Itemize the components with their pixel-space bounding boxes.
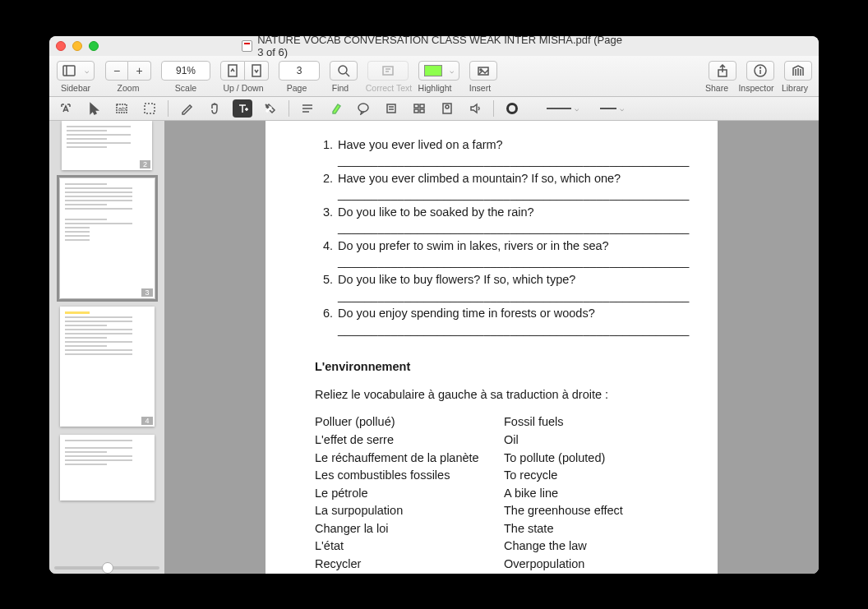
label-updown: Up / Down xyxy=(220,83,266,93)
line-style-selector[interactable]: ⌵ xyxy=(547,104,579,113)
marquee-tool[interactable] xyxy=(140,99,159,118)
svg-rect-2 xyxy=(229,65,237,76)
titlebar: NATURE VOCAB CONVERSATION CLASS WEAK INT… xyxy=(49,36,819,56)
answer-blank: ________________________________________… xyxy=(338,289,689,302)
page-up-icon xyxy=(226,64,239,77)
svg-point-14 xyxy=(760,67,761,68)
comment-tool[interactable] xyxy=(353,99,373,118)
hand-tool[interactable] xyxy=(205,99,224,118)
share-button[interactable] xyxy=(709,61,736,81)
highlighter-tool[interactable] xyxy=(326,99,345,118)
share-icon xyxy=(716,64,729,77)
q-text: Have you ever lived on a farm? xyxy=(338,138,503,151)
label-inspector: Inspector xyxy=(735,83,778,93)
area-select-tool[interactable]: ab xyxy=(112,99,132,118)
label-highlight: Highlight xyxy=(414,83,455,93)
zoom-window-button[interactable] xyxy=(89,41,99,51)
text-select-tool[interactable] xyxy=(56,99,76,118)
scale-field[interactable]: 91% xyxy=(161,61,210,81)
q-text: Have you ever climbed a mountain? If so,… xyxy=(338,172,621,185)
highlight-button[interactable]: ⌵ xyxy=(418,61,459,81)
vocab-item: Change the law xyxy=(504,538,693,555)
sound-tool[interactable] xyxy=(465,99,485,118)
q-num: 4. xyxy=(315,238,333,270)
label-zoom: Zoom xyxy=(105,83,151,93)
svg-rect-6 xyxy=(383,67,393,75)
sidebar-scrollbar[interactable] xyxy=(54,564,159,572)
app-window: NATURE VOCAB CONVERSATION CLASS WEAK INT… xyxy=(49,36,819,574)
svg-point-36 xyxy=(446,105,449,108)
sidebar-toggle-button[interactable]: ⌵ xyxy=(57,61,95,81)
vocab-item: La surpopulation xyxy=(315,503,504,519)
thumbnail-page-4[interactable]: 4 xyxy=(60,307,155,427)
q-num: 1. xyxy=(315,137,333,169)
answer-blank: ________________________________________… xyxy=(338,255,689,268)
library-button[interactable] xyxy=(784,61,812,81)
page-up-button[interactable] xyxy=(220,61,245,81)
form-icon xyxy=(413,102,426,115)
thumbnail-sidebar[interactable]: 2 3 4 xyxy=(49,121,164,574)
zoom-out-button[interactable]: − xyxy=(105,61,128,81)
window-title: NATURE VOCAB CONVERSATION CLASS WEAK INT… xyxy=(257,36,626,58)
answer-blank: ________________________________________… xyxy=(338,154,689,167)
stroke-color-button[interactable] xyxy=(502,99,522,118)
pencil-tool[interactable] xyxy=(177,99,196,118)
content-area: 2 3 4 1.Have you ever lived on a farm?__… xyxy=(49,121,819,574)
q-num: 3. xyxy=(315,205,333,237)
vocab-item: A bike line xyxy=(504,486,693,502)
svg-point-4 xyxy=(339,66,347,74)
vocab-item: The state xyxy=(504,521,693,537)
vocab-item: Le pétrole xyxy=(315,486,504,502)
arrow-cursor-icon xyxy=(87,102,100,115)
insert-icon xyxy=(477,64,490,77)
thumbnail-page-number: 2 xyxy=(140,160,150,168)
thumbnail-page-2[interactable]: 2 xyxy=(62,121,152,170)
thumbnail-page-number: 4 xyxy=(141,417,152,425)
close-window-button[interactable] xyxy=(56,41,66,51)
q-num: 2. xyxy=(315,171,333,203)
vocab-left-column: Polluer (pollué) L'effet de serre Le réc… xyxy=(315,414,504,573)
svg-text:ab: ab xyxy=(118,105,126,113)
pointer-tool[interactable] xyxy=(84,99,104,118)
main-toolbar: ⌵ − + 91% 3 ⌵ xyxy=(49,56,819,97)
svg-rect-0 xyxy=(63,66,75,76)
thumbnail-page-5[interactable] xyxy=(60,435,155,501)
insert-button[interactable] xyxy=(469,61,497,81)
zoom-in-button[interactable]: + xyxy=(128,61,151,81)
vocab-item: Changer la loi xyxy=(315,521,504,537)
vocab-item: Polluer (pollué) xyxy=(315,414,504,431)
sidebar-icon xyxy=(62,64,76,77)
line-end-selector[interactable]: ⌵ xyxy=(600,104,624,113)
form-tool[interactable] xyxy=(409,99,429,118)
svg-rect-32 xyxy=(420,104,424,108)
svg-rect-20 xyxy=(145,104,155,113)
page-number-field[interactable]: 3 xyxy=(279,61,320,81)
answer-blank: ________________________________________… xyxy=(338,187,689,201)
page-down-button[interactable] xyxy=(245,61,269,81)
document-icon xyxy=(242,40,252,52)
answer-blank: ________________________________________… xyxy=(338,323,689,336)
page-down-icon xyxy=(250,64,263,77)
label-scale: Scale xyxy=(161,83,210,93)
area-select-icon: ab xyxy=(115,102,128,115)
vocab-right-column: Fossil fuels Oil To pollute (poluted) To… xyxy=(504,414,693,573)
minimize-window-button[interactable] xyxy=(72,41,82,51)
eraser-tool[interactable] xyxy=(261,99,280,118)
stamp-tool[interactable] xyxy=(437,99,457,118)
q-num: 5. xyxy=(315,272,333,304)
line-spacing-tool[interactable] xyxy=(298,99,317,118)
speaker-icon xyxy=(469,102,482,115)
note-tool[interactable] xyxy=(381,99,401,118)
vocab-item: Overpopulation xyxy=(504,556,693,573)
vocab-item: To pollute (poluted) xyxy=(504,450,693,467)
thumbnail-page-3[interactable]: 3 xyxy=(60,178,155,298)
svg-rect-31 xyxy=(414,104,418,108)
document-view[interactable]: 1.Have you ever lived on a farm?________… xyxy=(164,121,819,574)
text-tool[interactable] xyxy=(233,99,252,118)
find-button[interactable] xyxy=(330,61,358,81)
hand-icon xyxy=(208,102,221,115)
svg-line-5 xyxy=(346,73,349,76)
thumbnail-page-number: 3 xyxy=(141,288,152,297)
label-sidebar: Sidebar xyxy=(56,83,95,93)
inspector-button[interactable] xyxy=(746,61,774,81)
